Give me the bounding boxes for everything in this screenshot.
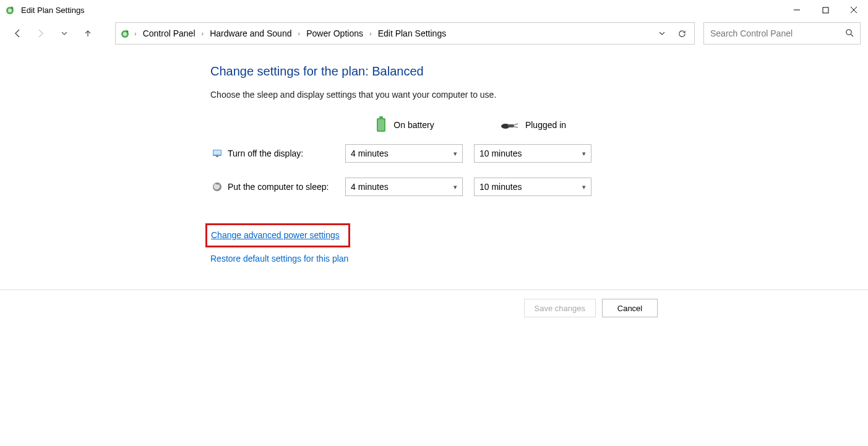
svg-rect-14 bbox=[508, 124, 514, 127]
display-battery-select[interactable]: 4 minutes ▾ bbox=[345, 144, 463, 163]
sleep-battery-value: 4 minutes bbox=[351, 182, 389, 192]
breadcrumb-separator: › bbox=[134, 30, 137, 37]
search-box[interactable] bbox=[703, 22, 861, 45]
minimize-button[interactable] bbox=[783, 0, 811, 20]
search-icon bbox=[845, 28, 854, 39]
app-icon bbox=[5, 4, 16, 15]
sleep-plugged-value: 10 minutes bbox=[479, 182, 522, 192]
sleep-plugged-select[interactable]: 10 minutes ▾ bbox=[474, 178, 591, 196]
svg-point-8 bbox=[846, 29, 851, 34]
refresh-button[interactable] bbox=[673, 25, 690, 42]
display-plugged-value: 10 minutes bbox=[479, 148, 522, 158]
svg-line-16 bbox=[514, 127, 518, 127]
svg-rect-18 bbox=[213, 150, 221, 155]
forward-button[interactable] bbox=[31, 24, 51, 43]
main-content: Change settings for the plan: Balanced C… bbox=[0, 47, 868, 273]
page-subheading: Choose the sleep and display settings th… bbox=[210, 90, 868, 100]
breadcrumb-separator: › bbox=[369, 30, 372, 37]
address-bar[interactable]: › Control Panel › Hardware and Sound › P… bbox=[115, 22, 695, 45]
up-button[interactable] bbox=[78, 24, 98, 43]
display-icon bbox=[212, 148, 223, 159]
footer-buttons: Save changes Cancel bbox=[0, 290, 868, 317]
restore-defaults-link[interactable]: Restore default settings for this plan bbox=[210, 254, 348, 264]
row-sleep: Put the computer to sleep: 4 minutes ▾ 1… bbox=[212, 170, 868, 204]
plug-icon bbox=[501, 119, 519, 132]
power-settings-table: On battery Plugged in bbox=[212, 113, 868, 204]
display-battery-value: 4 minutes bbox=[351, 148, 389, 158]
address-dropdown[interactable] bbox=[653, 25, 671, 42]
sleep-battery-select[interactable]: 4 minutes ▾ bbox=[345, 178, 463, 196]
column-battery-label: On battery bbox=[393, 120, 434, 130]
row-display-label: Turn off the display: bbox=[228, 148, 303, 158]
back-button[interactable] bbox=[7, 24, 27, 43]
title-bar: Edit Plan Settings bbox=[0, 0, 868, 20]
links-section: Change advanced power settings Restore d… bbox=[210, 223, 868, 273]
breadcrumb-edit-plan[interactable]: Edit Plan Settings bbox=[374, 27, 450, 40]
breadcrumb-control-panel[interactable]: Control Panel bbox=[139, 27, 199, 40]
breadcrumb-separator: › bbox=[202, 30, 204, 37]
column-header-plugged: Plugged in bbox=[474, 119, 593, 132]
advanced-settings-link[interactable]: Change advanced power settings bbox=[211, 230, 340, 240]
display-plugged-select[interactable]: 10 minutes ▾ bbox=[474, 144, 591, 163]
maximize-button[interactable] bbox=[811, 0, 840, 20]
breadcrumb-hardware-sound[interactable]: Hardware and Sound bbox=[206, 27, 295, 40]
breadcrumb-power-options[interactable]: Power Options bbox=[303, 27, 367, 40]
column-plugged-label: Plugged in bbox=[525, 120, 566, 130]
svg-rect-10 bbox=[379, 116, 383, 118]
highlight-annotation: Change advanced power settings bbox=[205, 223, 350, 247]
recent-dropdown[interactable] bbox=[54, 24, 74, 43]
svg-line-9 bbox=[851, 34, 853, 36]
svg-rect-12 bbox=[378, 119, 384, 131]
column-header-battery: On battery bbox=[345, 116, 464, 134]
chevron-down-icon: ▾ bbox=[453, 183, 457, 191]
svg-point-1 bbox=[8, 9, 12, 12]
row-display: Turn off the display: 4 minutes ▾ 10 min… bbox=[212, 137, 868, 170]
svg-point-7 bbox=[123, 32, 127, 36]
page-heading: Change settings for the plan: Balanced bbox=[210, 64, 868, 79]
chevron-down-icon: ▾ bbox=[453, 150, 457, 158]
svg-rect-3 bbox=[823, 7, 828, 13]
chevron-down-icon: ▾ bbox=[582, 183, 586, 191]
row-sleep-label: Put the computer to sleep: bbox=[228, 182, 329, 192]
cancel-button[interactable]: Cancel bbox=[602, 299, 658, 317]
chevron-down-icon: ▾ bbox=[582, 150, 586, 158]
window-title: Edit Plan Settings bbox=[21, 6, 85, 15]
navigation-row: › Control Panel › Hardware and Sound › P… bbox=[0, 20, 868, 47]
search-input[interactable] bbox=[710, 28, 845, 38]
save-button[interactable]: Save changes bbox=[524, 299, 596, 317]
sleep-icon bbox=[212, 181, 223, 192]
breadcrumb-separator: › bbox=[298, 30, 300, 37]
svg-line-15 bbox=[514, 124, 518, 125]
close-button[interactable] bbox=[840, 0, 868, 20]
address-bar-icon bbox=[119, 27, 132, 40]
svg-rect-19 bbox=[216, 156, 218, 157]
battery-icon bbox=[375, 116, 387, 134]
